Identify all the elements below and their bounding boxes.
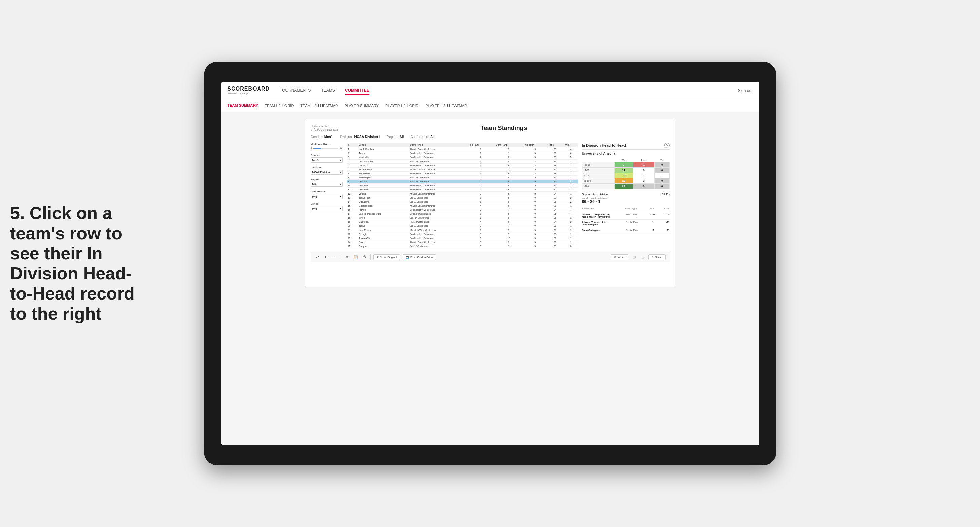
h2h-col-loss: Loss	[633, 158, 654, 162]
table-row[interactable]: 10 Alabama Southeastern Conference 5 8 9…	[347, 184, 578, 188]
forward-icon[interactable]: ↪	[332, 254, 338, 260]
sign-out-button[interactable]: Sign out	[738, 88, 752, 93]
h2h-col-win: Win	[614, 158, 633, 162]
table-row[interactable]: 16 Florida Southeastern Conference 7 7 9…	[347, 208, 578, 212]
tournament-pos: 1	[648, 221, 659, 224]
content-layout: Minimum Rou... 4 20 Gender	[311, 143, 670, 248]
table-row[interactable]: 24 Duke Atlantic Coast Conference 5 9 9 …	[347, 240, 578, 244]
region-control[interactable]: N/A ▾	[311, 182, 343, 187]
table-row[interactable]: 25 Oregon Pac-12 Conference 5 7 9 21 0	[347, 244, 578, 248]
gender-value: Men's	[324, 135, 334, 139]
cell-conf-rank: 8	[494, 220, 523, 224]
table-row[interactable]: 22 Georgia Southeastern Conference 8 7 9…	[347, 232, 578, 236]
table-row[interactable]: 7 Tennessee Southeastern Conference 4 6 …	[347, 171, 578, 176]
table-row[interactable]: 23 Texas A&M Southeastern Conference 9 1…	[347, 236, 578, 240]
cell-rank: 6	[347, 168, 358, 171]
share-button[interactable]: ↗ Share	[648, 254, 665, 260]
table-row[interactable]: 20 Texas Big 12 Conference 3 7 9 20 1	[347, 224, 578, 228]
tournament-score: 17	[659, 229, 670, 231]
cell-conf-rank: 7	[494, 232, 523, 236]
cell-conf-rank: 9	[494, 228, 523, 232]
cell-win: 1	[564, 236, 578, 240]
sub-nav-player-h2h-heatmap[interactable]: PLAYER H2H HEATMAP	[425, 102, 466, 109]
cell-school: Illinois	[357, 216, 408, 220]
sub-nav-player-h2h-grid[interactable]: PLAYER H2H GRID	[385, 102, 418, 109]
table-row[interactable]: 12 Virginia Atlantic Coast Conference 3 …	[347, 192, 578, 196]
cell-rank: 11	[347, 188, 358, 192]
col-rank: #	[347, 143, 358, 148]
nav-committee[interactable]: COMMITTEE	[345, 86, 369, 95]
view-original-button[interactable]: 👁 View: Original	[373, 254, 400, 260]
division-control[interactable]: NCAA Division I ▾	[311, 170, 343, 175]
cell-reg-rank: 1	[467, 228, 495, 232]
cell-school: Georgia	[357, 232, 408, 236]
cell-conf-rank: 6	[494, 163, 523, 168]
school-control[interactable]: (All) ▾	[311, 206, 343, 211]
cell-no-tour: 9	[523, 236, 547, 240]
table-row[interactable]: 1 North Carolina Atlantic Coast Conferen…	[347, 148, 578, 151]
table-row[interactable]: 9 Arizona Pac-12 Conference 5 8 9 23 3	[347, 180, 578, 184]
sub-nav-team-h2h-heatmap[interactable]: TEAM H2H HEATMAP	[300, 102, 338, 109]
cell-conf-rank: 8	[494, 156, 523, 160]
nav-tournaments[interactable]: TOURNAMENTS	[280, 86, 311, 95]
cell-rnds: 18	[547, 163, 564, 168]
h2h-row: Top 10 3 13 0	[582, 162, 669, 168]
table-row[interactable]: 19 California Pac-12 Conference 4 8 9 24…	[347, 220, 578, 224]
table-row[interactable]: 5 Ole Miss Southeastern Conference 3 6 8…	[347, 163, 578, 168]
layout-icon[interactable]: ⊟	[640, 254, 646, 260]
table-row[interactable]: 15 Georgia Tech Atlantic Coast Conferenc…	[347, 204, 578, 208]
table-row[interactable]: 13 Texas Tech Big 12 Conference 1 9 9 27…	[347, 196, 578, 200]
conference-control[interactable]: (All) ▾	[311, 194, 343, 199]
cell-conference: Southeastern Conference	[409, 232, 467, 236]
grid-icon[interactable]: ⊞	[631, 254, 637, 260]
cell-no-tour: 9	[523, 232, 547, 236]
cell-school: Ole Miss	[357, 163, 408, 168]
cell-conference: Southeastern Conference	[409, 156, 467, 160]
min-rou-right: 20	[340, 146, 343, 151]
h2h-col-blank	[582, 158, 614, 162]
copy-icon[interactable]: ⧉	[344, 254, 350, 260]
table-row[interactable]: 17 East Tennessee State Southern Confere…	[347, 212, 578, 216]
cell-conference: Pac-12 Conference	[409, 244, 467, 248]
table-row[interactable]: 2 Auburn Southeastern Conference 1 1 9 2…	[347, 151, 578, 156]
table-row[interactable]: 21 New Mexico Mountain West Conference 1…	[347, 228, 578, 232]
watch-button[interactable]: 👁 Watch	[611, 254, 628, 260]
watch-icon: 👁	[614, 256, 616, 259]
redo-icon[interactable]: ⟳	[323, 254, 329, 260]
table-row[interactable]: 14 Oklahoma Big 12 Conference 6 9 9 26 2	[347, 200, 578, 204]
nav-teams[interactable]: TEAMS	[321, 86, 335, 95]
paste-icon[interactable]: 📋	[353, 254, 359, 260]
cell-conference: Southeastern Conference	[409, 151, 467, 156]
table-row[interactable]: 3 Vanderbilt Southeastern Conference 2 8…	[347, 156, 578, 160]
table-row[interactable]: 11 Arkansas Southeastern Conference 6 8 …	[347, 188, 578, 192]
cell-no-tour: 9	[523, 204, 547, 208]
gender-control[interactable]: Men's ▾	[311, 157, 343, 162]
close-button[interactable]: ✕	[664, 143, 670, 148]
table-row[interactable]: 6 Florida State Atlantic Coast Conferenc…	[347, 168, 578, 171]
cell-school: Arkansas	[357, 188, 408, 192]
cell-win: 1	[564, 204, 578, 208]
clock-icon[interactable]: ⏱	[361, 254, 368, 260]
cell-rank: 15	[347, 204, 358, 208]
table-row[interactable]: 18 Illinois Big Ten Conference 1 9 9 26 …	[347, 216, 578, 220]
cell-reg-rank: 1	[467, 212, 495, 216]
undo-icon[interactable]: ↩	[315, 254, 321, 260]
sub-nav-team-summary[interactable]: TEAM SUMMARY	[228, 102, 258, 110]
cell-no-tour: 8	[523, 192, 547, 196]
cell-no-tour: 9	[523, 176, 547, 180]
h2h-cell-loss: 8	[633, 168, 654, 173]
cell-rnds: 21	[547, 232, 564, 236]
cell-conference: Southeastern Conference	[409, 184, 467, 188]
sub-nav-team-h2h-grid[interactable]: TEAM H2H GRID	[265, 102, 294, 109]
table-row[interactable]: 8 Washington Pac-12 Conference 2 8 9 23 …	[347, 176, 578, 180]
cell-school: Washington	[357, 176, 408, 180]
cell-conference: Atlantic Coast Conference	[409, 240, 467, 244]
cell-win: 0	[564, 244, 578, 248]
table-row[interactable]: 4 Arizona State Pac-12 Conference 4 9 8 …	[347, 160, 578, 163]
sub-nav-player-summary[interactable]: PLAYER SUMMARY	[344, 102, 379, 109]
toolbar-sep1	[341, 254, 341, 260]
save-custom-button[interactable]: 💾 Save Custom View	[402, 254, 436, 260]
cell-conference: Atlantic Coast Conference	[409, 192, 467, 196]
conference-label: Conference:	[410, 135, 429, 139]
cell-rank: 14	[347, 200, 358, 204]
